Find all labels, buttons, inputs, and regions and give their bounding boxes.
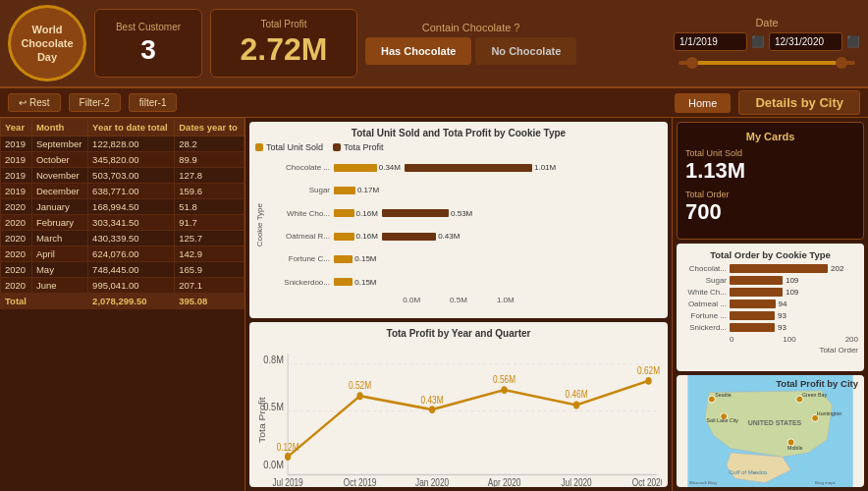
svg-text:Jul 2019: Jul 2019: [273, 476, 303, 488]
profit-bar: [382, 233, 436, 241]
table-total-cell: 2,078,299.50: [88, 294, 175, 309]
bars-container: 0.16M0.53M: [334, 209, 662, 218]
my-cards-section: My Cards Total Unit Sold 1.13M Total Ord…: [677, 122, 864, 240]
svg-text:0.0M: 0.0M: [263, 458, 284, 470]
filter2-button[interactable]: Filter-2: [69, 93, 121, 112]
order-bar: [730, 300, 776, 308]
col-year: Year: [1, 119, 32, 136]
main-content: Year Month Year to date total Dates year…: [0, 118, 868, 491]
table-cell: 2019: [1, 152, 32, 168]
table-cell: 2019: [1, 168, 32, 184]
line-chart-svg: 0.8M 0.5M 0.0M: [255, 341, 662, 491]
table-row: 2020May748,445.00165.9: [1, 262, 244, 278]
unit-sold-bar: [334, 255, 353, 263]
total-unit-sold-card: Total Unit Sold 1.13M: [685, 148, 855, 184]
table-cell: 2020: [1, 278, 32, 294]
cookie-y-axis-label: Cookie Type: [255, 203, 264, 246]
table-cell: 127.8: [175, 168, 244, 184]
unit-sold-value: 0.34M: [379, 163, 401, 172]
order-bar-value: 109: [786, 276, 798, 285]
page-title: Details by City: [738, 90, 860, 115]
svg-text:Mobile: Mobile: [787, 445, 803, 451]
order-bars-container: Chocolat...202Sugar109White Ch...109Oatm…: [682, 264, 858, 332]
order-bar-row: Oatmeal ...94: [682, 300, 858, 308]
table-cell: 748,445.00: [88, 262, 175, 278]
legend-unit-label: Total Unit Sold: [266, 142, 323, 152]
unit-sold-bar: [334, 278, 353, 286]
table-cell: February: [31, 215, 87, 231]
table-cell: 2020: [1, 199, 32, 215]
table-panel: Year Month Year to date total Dates year…: [0, 118, 245, 491]
table-total-row: Total2,078,299.50395.08: [1, 294, 244, 309]
table-cell: April: [31, 246, 87, 262]
unit-sold-value: 0.15M: [354, 278, 376, 287]
profit-value: 0.43M: [438, 232, 460, 241]
logo: World Chocolate Day: [8, 5, 86, 82]
table-cell: 122,828.00: [88, 136, 175, 152]
legend-profit: Tota Profit: [333, 142, 384, 152]
total-unit-sold-label: Total Unit Sold: [685, 148, 855, 158]
unit-sold-value: 0.16M: [356, 232, 378, 241]
cookie-x-axis-label: 0.0M0.5M1.0M: [255, 296, 662, 304]
order-x-axis-label: Total Order: [682, 346, 858, 355]
svg-point-10: [501, 386, 507, 394]
date-label: Date: [755, 17, 778, 28]
cookie-bar-row: Chocolate ...0.34M1.01M: [266, 163, 662, 172]
order-bar-row: Chocolat...202: [682, 264, 858, 273]
filter-bar: ↩ Rest Filter-2 filter-1 Home Details by…: [0, 88, 868, 118]
svg-text:0.62M: 0.62M: [637, 364, 660, 376]
order-bar-value: 93: [778, 311, 787, 320]
svg-text:Microsoft Bing: Microsoft Bing: [689, 480, 717, 485]
order-bar-value: 202: [831, 264, 843, 273]
chocolate-toggle: Contain Chocolate ? Has Chocolate No Cho…: [365, 22, 576, 65]
order-bar: [730, 276, 783, 285]
slider-thumb-right[interactable]: [836, 57, 847, 69]
home-button[interactable]: Home: [675, 93, 731, 113]
date-slider-fill: [696, 61, 838, 65]
order-bar-value: 93: [778, 323, 787, 332]
svg-text:Green Bay: Green Bay: [802, 392, 827, 398]
table-row: 2020February303,341.5091.7: [1, 215, 244, 231]
date-end-input[interactable]: [769, 32, 842, 51]
order-bar-label: White Ch...: [682, 288, 727, 297]
contain-chocolate-label: Contain Chocolate ?: [422, 22, 520, 33]
date-start-input[interactable]: [674, 32, 747, 51]
table-cell: 345,820.00: [88, 152, 175, 168]
table-cell: October: [31, 152, 87, 168]
total-unit-sold-value: 1.13M: [685, 158, 855, 184]
bars-container: 0.16M0.43M: [334, 232, 662, 241]
svg-text:0.46M: 0.46M: [566, 389, 588, 401]
table-row: 2019December638,771.00159.6: [1, 184, 244, 199]
col-dates: Dates year to: [175, 119, 244, 136]
cookie-bar-label: Snickerdoo...: [266, 278, 330, 287]
line-chart-title: Tota Profit by Year and Quarter: [255, 328, 662, 339]
order-bar-label: Oatmeal ...: [682, 300, 727, 308]
date-slider-track: [678, 61, 855, 65]
table-row: 2020January168,994.5051.8: [1, 199, 244, 215]
slider-thumb-left[interactable]: [686, 57, 698, 69]
reset-button[interactable]: ↩ Rest: [8, 93, 61, 112]
cookie-bar-label: White Cho...: [266, 209, 330, 218]
svg-text:Bing maps: Bing maps: [815, 480, 836, 485]
svg-text:Salt Lake City: Salt Lake City: [707, 417, 739, 423]
col-month: Month: [31, 119, 87, 136]
table-cell: 159.6: [175, 184, 244, 199]
date-slider[interactable]: [678, 55, 855, 71]
map-svg: Gulf of Mexico Seattle Green Bay Salt La…: [677, 375, 864, 487]
svg-point-7: [285, 453, 291, 461]
no-chocolate-button[interactable]: No Chocolate: [475, 37, 576, 65]
date-inputs: ⬛ ⬛: [674, 32, 860, 51]
svg-text:Apr 2020: Apr 2020: [488, 476, 521, 488]
total-profit-card: Total Profit 2.72M: [210, 9, 357, 78]
table-cell: 207.1: [175, 278, 244, 294]
filter1-button[interactable]: filter-1: [129, 93, 178, 112]
order-bar: [730, 323, 775, 332]
bars-container: 0.15M: [334, 254, 662, 263]
has-chocolate-button[interactable]: Has Chocolate: [365, 37, 471, 65]
table-cell: 2019: [1, 184, 32, 199]
my-cards-title: My Cards: [685, 131, 855, 142]
svg-text:Oct 2019: Oct 2019: [344, 476, 377, 488]
table-cell: 503,703.00: [88, 168, 175, 184]
order-axis-100: 100: [783, 335, 795, 344]
toggle-buttons-group: Has Chocolate No Chocolate: [365, 37, 576, 65]
